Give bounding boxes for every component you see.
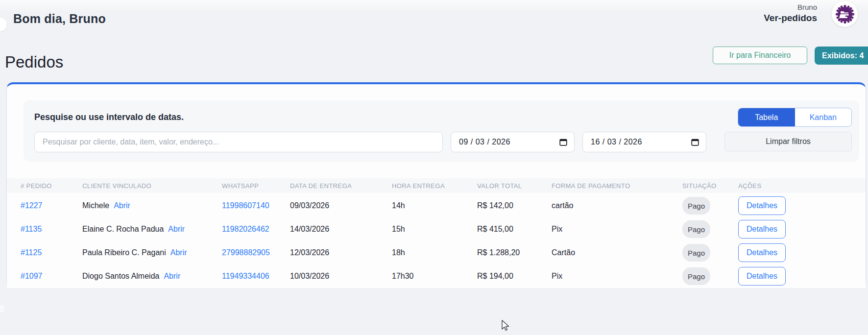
col-header-valor-total: VALOR TOTAL xyxy=(477,182,552,190)
total-value: R$ 194,00 xyxy=(477,272,552,281)
filters-panel: Pesquise ou use intervalo de datas. Tabe… xyxy=(24,100,859,162)
col-header-forma-pagamento: FORMA DE PAGAMENTO xyxy=(552,182,682,190)
view-toggle: Tabela Kanban xyxy=(738,108,852,127)
table-row: #1135 Elaine C. Rocha Padua Abrir 119820… xyxy=(7,217,866,241)
whatsapp-link[interactable]: 11949334406 xyxy=(222,272,290,281)
calendar-icon[interactable] xyxy=(691,138,699,146)
client-name: Michele xyxy=(82,201,109,210)
col-header-hora-entrega: HORA ENTREGA xyxy=(392,182,477,190)
client-name: Paula Ribeiro C. Pagani xyxy=(82,248,166,257)
greeting-text: Bom dia, Bruno xyxy=(13,12,106,26)
col-header-pedido: # PEDIDO xyxy=(21,182,82,190)
delivery-time: 18h xyxy=(392,248,477,257)
col-header-whatsapp: WHATSAPP xyxy=(222,182,290,190)
order-id-link[interactable]: #1227 xyxy=(21,201,82,210)
gear-folder-icon xyxy=(835,4,855,24)
status-badge: Pago xyxy=(682,197,710,215)
table-body: #1227 Michele Abrir 11998607140 09/03/20… xyxy=(7,194,866,288)
edge-toggle-handle[interactable] xyxy=(0,18,7,31)
clear-filters-button[interactable]: Limpar filtros xyxy=(724,132,852,151)
filters-heading: Pesquise ou use intervalo de datas. xyxy=(34,112,184,122)
total-value: R$ 415,00 xyxy=(477,225,552,234)
status-badge: Pago xyxy=(682,220,710,238)
go-to-financeiro-button[interactable]: Ir para Financeiro xyxy=(713,47,807,64)
col-header-situacao: SITUAÇÃO xyxy=(682,182,738,190)
status-badge: Pago xyxy=(682,244,710,262)
payment-method: Pix xyxy=(552,225,682,234)
client-name: Elaine C. Rocha Padua xyxy=(82,225,164,234)
delivery-date: 10/03/2026 xyxy=(290,272,392,281)
order-id-link[interactable]: #1125 xyxy=(21,248,82,257)
search-input[interactable] xyxy=(34,132,443,152)
toggle-kanban[interactable]: Kanban xyxy=(795,108,852,126)
open-client-link[interactable]: Abrir xyxy=(164,272,180,281)
delivery-time: 17h30 xyxy=(392,272,477,281)
open-client-link[interactable]: Abrir xyxy=(170,248,187,257)
client-name: Diogo Santos Almeida xyxy=(82,272,159,281)
table-row: #1125 Paula Ribeiro C. Pagani Abrir 2799… xyxy=(7,241,866,264)
order-id-link[interactable]: #1135 xyxy=(21,225,82,234)
col-header-cliente: CLIENTE VINCULADO xyxy=(82,182,222,190)
calendar-icon[interactable] xyxy=(559,138,567,146)
open-client-link[interactable]: Abrir xyxy=(168,225,185,234)
payment-method: cartão xyxy=(552,201,682,210)
open-client-link[interactable]: Abrir xyxy=(114,201,130,210)
details-button[interactable]: Detalhes xyxy=(738,243,786,262)
toggle-tabela[interactable]: Tabela xyxy=(738,108,795,126)
mouse-cursor xyxy=(500,319,510,332)
date-from-value: 09 / 03 / 2026 xyxy=(459,138,510,146)
col-header-acoes: AÇÕES xyxy=(738,182,866,190)
total-value: R$ 1.288,20 xyxy=(477,248,552,257)
whatsapp-link[interactable]: 11982026462 xyxy=(222,225,290,234)
table-header-row: # PEDIDO CLIENTE VINCULADO WHATSAPP DATA… xyxy=(7,178,866,193)
details-button[interactable]: Detalhes xyxy=(738,267,786,286)
total-value: R$ 142,00 xyxy=(477,201,552,210)
order-id-link[interactable]: #1097 xyxy=(21,272,82,281)
table-row: #1227 Michele Abrir 11998607140 09/03/20… xyxy=(7,194,866,217)
delivery-date: 14/03/2026 xyxy=(290,225,392,234)
date-to-input[interactable]: 16 / 03 / 2026 xyxy=(582,132,706,152)
avatar[interactable] xyxy=(832,1,858,27)
user-block: Bruno Ver-pedidos xyxy=(764,3,817,24)
details-button[interactable]: Detalhes xyxy=(738,220,786,239)
delivery-date: 09/03/2026 xyxy=(290,201,392,210)
date-to-value: 16 / 03 / 2026 xyxy=(591,138,642,146)
user-role: Ver-pedidos xyxy=(764,12,817,24)
top-fade xyxy=(0,0,868,13)
payment-method: Pix xyxy=(552,272,682,281)
page-title: Pedidos xyxy=(5,53,63,72)
whatsapp-link[interactable]: 11998607140 xyxy=(222,201,290,210)
table-row: #1097 Diogo Santos Almeida Abrir 1194933… xyxy=(7,264,866,288)
payment-method: Cartão xyxy=(552,248,682,257)
exhibited-count-badge: Exibidos: 4 xyxy=(815,47,868,65)
delivery-time: 14h xyxy=(392,201,477,210)
status-badge: Pago xyxy=(682,267,710,285)
edge-decoration xyxy=(0,305,4,312)
delivery-date: 12/03/2026 xyxy=(290,248,392,257)
whatsapp-link[interactable]: 27998882905 xyxy=(222,248,290,257)
col-header-data-entrega: DATA DE ENTREGA xyxy=(290,182,392,190)
user-name: Bruno xyxy=(764,3,817,12)
orders-card: Pesquise ou use intervalo de datas. Tabe… xyxy=(6,82,866,287)
details-button[interactable]: Detalhes xyxy=(738,196,786,215)
date-from-input[interactable]: 09 / 03 / 2026 xyxy=(451,132,575,152)
delivery-time: 15h xyxy=(392,225,477,234)
